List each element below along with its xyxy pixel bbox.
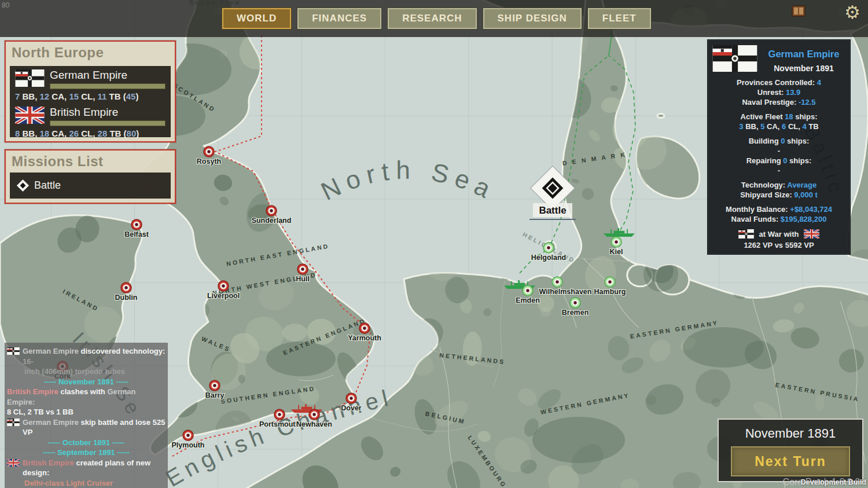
war-status-row: at War with [712, 229, 845, 239]
building-header: Building 0 ships: [712, 136, 845, 146]
german-empire-flag [712, 45, 757, 72]
war-text: at War with [759, 230, 799, 239]
map-coordinate-label: 80 [2, 1, 9, 9]
city-label: Hull [296, 275, 310, 283]
mission-label: Battle [34, 179, 61, 192]
missions-panel-title: Missions List [12, 153, 169, 170]
british-empire-flag [7, 459, 20, 467]
region-overview-panel: North Europe German Empire7 BB, 12 CA, 1… [5, 41, 176, 142]
stat-provinces-controlled-: Provinces Controlled: 4 [712, 78, 845, 87]
empire-row[interactable]: German Empire7 BB, 12 CA, 15 CL, 11 TB (… [15, 69, 165, 101]
german-empire-flag [7, 347, 20, 355]
repairing-header: Repairing 0 ships: [712, 156, 845, 166]
city-label: Dover [341, 404, 362, 412]
victory-points: 1262 VP vs 5592 VP [712, 241, 845, 249]
tab-ship-design[interactable]: SHIP DESIGN [483, 8, 582, 30]
repairing-detail: - [712, 166, 845, 175]
city-label: Barry [205, 391, 225, 399]
country-name: German Empire [762, 49, 845, 60]
active-fleet-header: Active Fleet 18 ships: [712, 112, 845, 122]
city-label: Hamburg [594, 288, 626, 296]
city-label: Helgoland [531, 254, 566, 262]
city-label: Sunderland [252, 217, 292, 225]
empire-list: German Empire7 BB, 12 CA, 15 CL, 11 TB (… [10, 66, 171, 137]
city-label: Kiel [610, 248, 623, 256]
city-label: Liverpool [207, 292, 240, 300]
version-labels: Core Patch 1.0.9.6 Development Build [716, 475, 867, 488]
stat-unrest-: Unrest: 13.9 [712, 87, 845, 97]
region-panel-title: North Europe [12, 45, 169, 61]
city-label: Rosyth [197, 157, 221, 166]
city-label: Bremen [562, 309, 589, 317]
empire-strength-bar [50, 120, 165, 126]
top-bar: 80 WORLDFINANCESRESEARCHSHIP DESIGNFLEET… [0, 0, 868, 37]
empire-fleet-summary: 8 BB, 18 CA, 26 CL, 28 TB (80) [15, 129, 165, 138]
building-detail: - [712, 146, 845, 156]
city-label: Wilhelmshaven [539, 288, 592, 296]
empire-name: British Empire [50, 107, 165, 118]
next-turn-button[interactable]: Next Turn [731, 446, 850, 476]
event-log[interactable]: German Empire discovered technology: 16-… [5, 343, 168, 488]
german-empire-flag [15, 69, 45, 87]
city-label: Newhaven [296, 420, 332, 428]
german-empire-flag-small [738, 229, 754, 239]
main-nav-tabs: WORLDFINANCESRESEARCHSHIP DESIGNFLEET [222, 8, 652, 30]
development-build-label: Development Build [801, 478, 866, 486]
empire-row[interactable]: British Empire8 BB, 18 CA, 26 CL, 28 TB … [15, 107, 165, 138]
tab-fleet[interactable]: FLEET [587, 8, 652, 30]
log-line: inch (406mm) torpedo tubes [7, 366, 165, 377]
city-label: Emden [516, 296, 540, 304]
log-line: 8 CL, 2 TB vs 1 BB [7, 407, 165, 417]
city-label: Portsmouth [259, 420, 300, 428]
city-label: Belfast [124, 230, 149, 239]
tab-world[interactable]: WORLD [222, 8, 292, 30]
mission-item-battle[interactable]: Battle [10, 173, 171, 199]
country-stats: Provinces Controlled: 4Unrest: 13.9Naval… [712, 78, 845, 224]
british-empire-flag [15, 107, 45, 124]
turn-panel: November 1891 Next Turn [718, 419, 863, 482]
log-line: German Empire skip battle and lose 525 V… [7, 417, 165, 438]
log-line: British Empire clashes with German Empir… [7, 387, 165, 407]
missions-panel: Missions List Battle [5, 149, 176, 204]
log-line: ----- September 1891 ----- [7, 447, 165, 458]
empire-name: German Empire [50, 69, 165, 81]
tab-finances[interactable]: FINANCES [297, 8, 382, 30]
stat-naval-funds-: Naval Funds: $195,828,200 [712, 214, 845, 224]
city-label: Dublin [115, 293, 138, 302]
ledger-icon[interactable] [790, 3, 807, 19]
log-line: German Empire discovered technology: 16- [7, 346, 165, 366]
country-date: November 1891 [762, 64, 845, 73]
game-screen: { "top_bar": { "coord_label": "80", "tab… [0, 0, 868, 488]
stat-shipyard-size-: Shipyard Size: 9,000 t [712, 190, 845, 200]
stat-technology-: Technology: Average [712, 180, 845, 190]
stat-naval-prestige-: Naval Prestige: -12.5 [712, 97, 845, 107]
city-label: Plymouth [172, 441, 205, 449]
stat-monthly-balance-: Monthly Balance: +$8,043,724 [712, 204, 845, 214]
battle-marker-label: Battle [539, 205, 566, 216]
tab-research[interactable]: RESEARCH [387, 8, 477, 30]
battle-diamond-icon [17, 179, 29, 192]
log-line: ----- November 1891 ----- [7, 377, 165, 387]
current-turn-date: November 1891 [719, 426, 862, 441]
active-fleet-composition: 3 BB, 5 CA, 6 CL, 4 TB [712, 122, 845, 131]
british-empire-flag-small [804, 229, 819, 239]
log-line: ----- October 1891 ----- [7, 438, 165, 448]
city-label: Yarmouth [348, 334, 381, 342]
german-empire-flag [7, 419, 20, 426]
gear-icon[interactable]: ⚙ [841, 0, 864, 25]
log-line: Delhi-class Light Cruiser [7, 478, 165, 488]
country-status-panel: German Empire November 1891 Provinces Co… [707, 39, 851, 255]
log-line: British Empire created plans of new desi… [7, 458, 165, 478]
empire-strength-bar [50, 83, 165, 89]
empire-fleet-summary: 7 BB, 12 CA, 15 CL, 11 TB (45) [15, 91, 165, 101]
